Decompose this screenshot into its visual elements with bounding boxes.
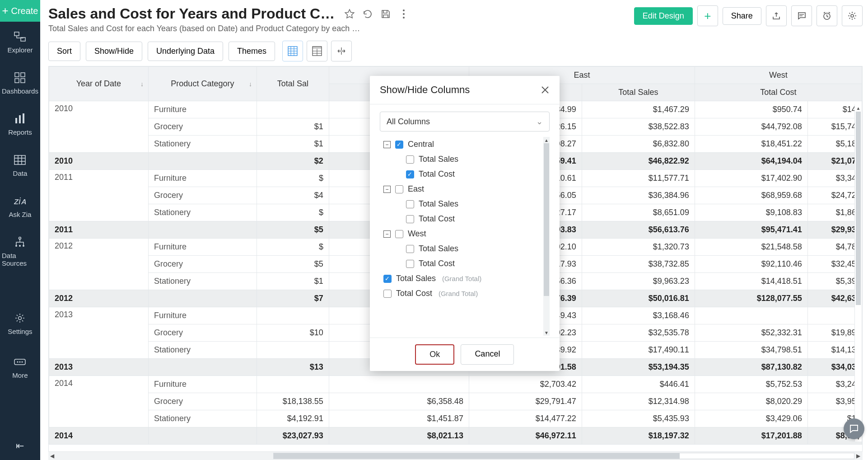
scroll-right-icon[interactable]: ▶ xyxy=(854,452,863,460)
sidebar-item-settings[interactable]: Settings xyxy=(0,303,40,344)
table-row[interactable]: Stationery$4,192.91$1,451.87$14,477.22$5… xyxy=(49,410,862,427)
checkbox[interactable] xyxy=(406,245,414,253)
tree-child[interactable]: Total Sales xyxy=(380,152,541,167)
value-cell: $11,577.71 xyxy=(582,170,695,187)
edit-design-button[interactable]: Edit Design xyxy=(634,7,693,25)
checkbox[interactable] xyxy=(395,185,403,193)
region-west[interactable]: West xyxy=(695,67,862,84)
value-cell: $15,74 xyxy=(807,118,862,136)
subtotal-row[interactable]: 2014$23,027.93$8,021.13$46,972.11$18,197… xyxy=(49,427,862,445)
checkbox[interactable]: ✓ xyxy=(395,141,403,149)
share-button[interactable]: Share xyxy=(723,7,761,25)
ok-button[interactable]: Ok xyxy=(415,344,454,365)
col-total-sal-partial[interactable]: Total Sal xyxy=(257,67,329,101)
cancel-button[interactable]: Cancel xyxy=(461,344,514,365)
subtotal-cell: $128,077.55 xyxy=(695,290,807,307)
checkbox[interactable] xyxy=(406,215,414,223)
sidebar-item-reports[interactable]: Reports xyxy=(0,104,40,145)
settings-button[interactable] xyxy=(842,5,863,26)
export-button[interactable] xyxy=(766,5,787,26)
subtotal-cell: $56,613.76 xyxy=(582,221,695,239)
tree-scrollbar[interactable]: ▲ ▼ xyxy=(543,137,550,336)
sidebar-item-dashboards[interactable]: Dashboards xyxy=(0,63,40,104)
all-columns-dropdown[interactable]: All Columns ⌄ xyxy=(380,112,550,131)
value-cell: $44,792.08 xyxy=(695,118,807,136)
checkbox[interactable] xyxy=(406,260,414,268)
tree-child[interactable]: Total Cost xyxy=(380,211,541,226)
underlying-data-button[interactable]: Underlying Data xyxy=(148,42,223,61)
view-collapse-button[interactable] xyxy=(331,41,352,61)
tree-child[interactable]: ✓Total Cost xyxy=(380,167,541,182)
value-cell: $32,535.78 xyxy=(582,324,695,342)
chat-fab[interactable] xyxy=(844,418,864,439)
kebab-icon[interactable] xyxy=(398,8,410,20)
value-cell: $92,110.46 xyxy=(695,256,807,273)
subtotal-cell: $5 xyxy=(257,221,329,239)
tree-child[interactable]: Total Sales xyxy=(380,241,541,256)
collapse-toggle-icon[interactable]: − xyxy=(383,141,391,148)
tree-child[interactable]: Total Cost xyxy=(380,256,541,271)
comment-button[interactable] xyxy=(791,5,812,26)
tree-child[interactable]: ✓Total Sales(Grand Total) xyxy=(380,271,541,286)
main: Sales and Cost for Years and Product Cat… xyxy=(40,0,868,460)
themes-button[interactable]: Themes xyxy=(229,42,275,61)
svg-rect-0 xyxy=(14,32,19,36)
value-cell: $34,798.51 xyxy=(695,342,807,359)
close-icon[interactable] xyxy=(541,85,550,94)
horizontal-scrollbar[interactable]: ◀ ▶ xyxy=(48,452,863,460)
sidebar-item-explorer[interactable]: Explorer xyxy=(0,22,40,63)
checkbox[interactable]: ✓ xyxy=(406,170,414,178)
tree-parent[interactable]: −West xyxy=(380,226,541,241)
scroll-up-icon[interactable]: ▲ xyxy=(855,104,862,112)
view-table-button[interactable] xyxy=(307,41,327,61)
col-year[interactable]: Year of Date↓ xyxy=(49,67,148,101)
alert-button[interactable] xyxy=(817,5,837,26)
checkbox[interactable] xyxy=(395,230,403,238)
value-cell: $17,402.90 xyxy=(695,170,807,187)
sort-button[interactable]: Sort xyxy=(48,42,80,61)
value-cell: $6,358.48 xyxy=(329,393,469,410)
scroll-down-icon[interactable]: ▼ xyxy=(543,329,550,336)
tree-parent[interactable]: −✓Central xyxy=(380,137,541,152)
col-west-cost[interactable]: Total Cost xyxy=(695,84,862,101)
tree-child[interactable]: Total Cost(Grand Total) xyxy=(380,286,541,301)
table-row[interactable]: Grocery$18,138.55$6,358.48$29,791.47$12,… xyxy=(49,393,862,410)
col-west-sales[interactable]: Total Sales xyxy=(582,84,695,101)
subtotal-cell: $87,130.82 xyxy=(695,359,807,376)
star-icon[interactable] xyxy=(344,8,355,20)
collapse-toggle-icon[interactable]: − xyxy=(383,186,391,193)
category-cell: Grocery xyxy=(148,118,257,136)
view-grid-button[interactable] xyxy=(282,41,303,61)
plus-icon: + xyxy=(2,5,8,17)
tree-child[interactable]: Total Sales xyxy=(380,197,541,211)
scroll-left-icon[interactable]: ◀ xyxy=(48,452,56,460)
sidebar-item-data[interactable]: Data xyxy=(0,145,40,186)
svg-point-14 xyxy=(15,245,17,247)
checkbox[interactable]: ✓ xyxy=(383,275,392,283)
collapse-toggle-icon[interactable]: − xyxy=(383,230,391,238)
subtotal-cell: $29,93 xyxy=(807,221,862,239)
checkbox[interactable] xyxy=(406,200,414,208)
category-cell: Furniture xyxy=(148,101,257,118)
add-button[interactable]: + xyxy=(697,5,718,26)
vertical-scrollbar[interactable]: ▲ ▼ xyxy=(854,104,862,441)
create-button[interactable]: + Create xyxy=(0,0,40,22)
year-cell: 2010 xyxy=(49,101,148,153)
scroll-up-icon[interactable]: ▲ xyxy=(543,137,550,143)
sidebar-item-datasources[interactable]: Data Sources xyxy=(0,227,40,276)
checkbox[interactable] xyxy=(406,155,414,164)
datasources-icon xyxy=(14,236,26,248)
tree-parent[interactable]: −East xyxy=(380,182,541,197)
svg-point-20 xyxy=(17,361,19,363)
collapse-sidebar-icon[interactable]: ⇤ xyxy=(8,432,32,460)
showhide-button[interactable]: Show/Hide xyxy=(86,42,142,61)
svg-point-29 xyxy=(851,14,854,17)
sidebar-item-more[interactable]: More xyxy=(0,347,40,388)
collapse-icon xyxy=(336,46,346,56)
col-category[interactable]: Product Category↓ xyxy=(148,67,257,101)
refresh-icon[interactable] xyxy=(362,8,373,20)
checkbox[interactable] xyxy=(383,290,392,298)
table-row[interactable]: 2014Furniture$2,703.42$446.41$5,752.53$3… xyxy=(49,376,862,393)
save-icon[interactable] xyxy=(380,8,392,20)
sidebar-item-askzia[interactable]: ziᴀ Ask Zia xyxy=(0,186,40,227)
